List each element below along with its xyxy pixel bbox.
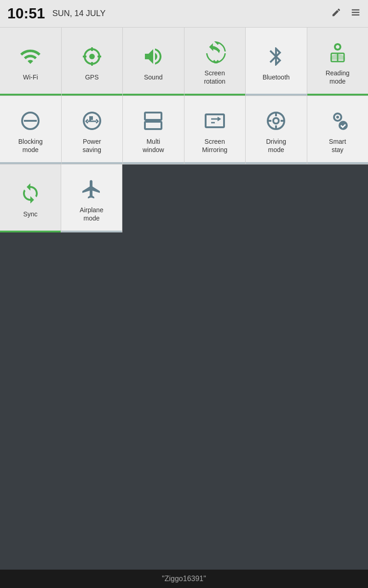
mirroring-icon <box>203 109 227 133</box>
tile-multi-window[interactable]: Multiwindow <box>123 96 184 164</box>
tile-gps[interactable]: GPS <box>62 28 123 96</box>
status-icons <box>331 7 361 20</box>
sound-icon <box>141 45 165 68</box>
date: SUN, 14 JULY <box>52 9 331 18</box>
tile-sync[interactable]: Sync <box>0 164 61 232</box>
svg-rect-10 <box>145 113 161 120</box>
tile-reading-mode[interactable]: Readingmode <box>307 28 368 96</box>
quick-settings: Wi-Fi GPS <box>0 28 368 232</box>
multi-window-icon <box>141 109 165 133</box>
tile-gps-label: GPS <box>85 73 99 81</box>
tile-wifi[interactable]: Wi-Fi <box>0 28 62 96</box>
tile-sync-label: Sync <box>23 210 37 218</box>
tile-reading-label: Readingmode <box>326 69 350 85</box>
svg-point-14 <box>273 118 279 124</box>
tile-power-saving-label: Powersaving <box>83 137 101 154</box>
qs-row-2: Blockingmode Powersaving <box>0 96 368 164</box>
tile-screen-rotation[interactable]: Screenrotation <box>184 28 246 96</box>
svg-point-20 <box>336 116 339 119</box>
sync-icon <box>18 181 42 205</box>
tile-power-saving[interactable]: Powersaving <box>62 96 123 164</box>
dark-area <box>0 232 368 571</box>
tile-sound[interactable]: Sound <box>123 28 184 96</box>
tile-smart-stay-label: Smartstay <box>329 137 346 154</box>
tile-blocking-label: Blockingmode <box>18 137 43 154</box>
tile-driving-mode[interactable]: Drivingmode <box>246 96 307 164</box>
tile-wifi-label: Wi-Fi <box>23 73 38 81</box>
tile-smart-stay[interactable]: Smartstay <box>307 96 368 164</box>
pencil-icon <box>331 7 341 20</box>
tile-multi-window-label: Multiwindow <box>143 137 164 154</box>
airplane-icon <box>80 177 104 201</box>
tile-rotation-label: Screenrotation <box>204 69 225 85</box>
qs-row-3: Sync Airplanemode <box>0 164 368 232</box>
bottom-bar: "Ziggo16391" <box>0 570 368 588</box>
rotation-icon <box>203 40 227 64</box>
tile-driving-label: Drivingmode <box>266 137 286 154</box>
svg-rect-11 <box>145 122 161 129</box>
svg-point-21 <box>339 121 348 130</box>
blocking-icon <box>18 109 42 133</box>
tile-bluetooth-label: Bluetooth <box>263 73 290 81</box>
tile-sound-label: Sound <box>144 73 162 81</box>
tile-screen-mirroring[interactable]: ScreenMirroring <box>184 96 246 164</box>
ssid-label: "Ziggo16391" <box>162 575 206 583</box>
smart-stay-icon <box>326 109 350 133</box>
time: 10:51 <box>7 5 45 22</box>
tile-blocking-mode[interactable]: Blockingmode <box>0 96 62 164</box>
svg-point-1 <box>89 54 95 59</box>
qs-row-1: Wi-Fi GPS <box>0 28 368 96</box>
gps-icon <box>80 45 104 68</box>
tile-airplane-label: Airplanemode <box>80 206 103 222</box>
tile-empty-1 <box>122 164 368 232</box>
menu-icon[interactable] <box>351 7 361 20</box>
status-bar: 10:51 SUN, 14 JULY <box>0 0 368 28</box>
driving-icon <box>264 109 288 133</box>
tile-mirroring-label: ScreenMirroring <box>202 137 227 154</box>
bluetooth-icon <box>264 45 288 68</box>
wifi-icon <box>18 45 42 68</box>
tile-bluetooth[interactable]: Bluetooth <box>246 28 307 96</box>
power-saving-icon <box>80 109 104 133</box>
reading-icon <box>326 40 350 64</box>
svg-rect-12 <box>206 114 224 127</box>
tile-airplane-mode[interactable]: Airplanemode <box>61 164 122 232</box>
